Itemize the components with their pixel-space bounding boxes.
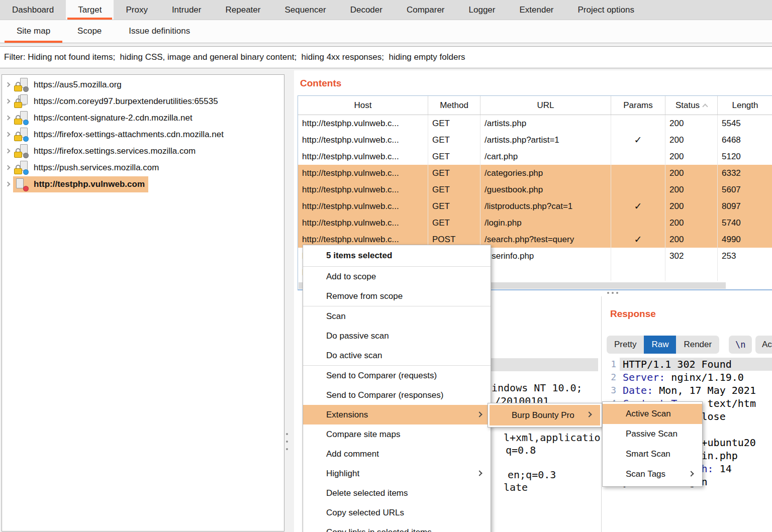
cell-method: GET — [428, 181, 480, 198]
line-number: 2 — [602, 371, 620, 384]
tab-project-options[interactable]: Project options — [566, 0, 646, 20]
column-header-method[interactable]: Method — [428, 96, 480, 115]
menu-item-scan-tags[interactable]: Scan Tags — [603, 464, 702, 484]
response-line: 3Date: Mon, 17 May 2021 — [602, 384, 772, 397]
tab-target[interactable]: Target — [66, 0, 114, 20]
tree-item[interactable]: https://content-signature-2.cdn.mozilla.… — [2, 110, 284, 126]
cell-status: 200 — [665, 231, 718, 248]
response-view-tabs: Pretty Raw Render — [607, 336, 719, 354]
chevron-right-icon[interactable] — [2, 166, 13, 169]
cell-status: 302 — [665, 248, 718, 264]
submenu-arrow-icon — [476, 411, 482, 417]
cell-status: 200 — [665, 148, 718, 165]
menu-item-send-to-comparer-responses[interactable]: Send to Comparer (responses) — [303, 385, 491, 405]
column-header-length[interactable]: Length — [718, 96, 772, 115]
horizontal-splitter-handle[interactable] — [607, 292, 618, 294]
menu-item-do-active-scan[interactable]: Do active scan — [303, 346, 491, 365]
tree-item-label: https://com.coreyd97.burpextenderutiliti… — [34, 96, 218, 107]
cell-length: 5740 — [718, 215, 772, 231]
tab-issue-definitions[interactable]: Issue definitions — [115, 20, 204, 43]
chevron-right-icon[interactable] — [2, 99, 13, 103]
tree-item-selected[interactable]: http://testphp.vulnweb.com — [2, 176, 284, 192]
tree-item[interactable]: https://com.coreyd97.burpextenderutiliti… — [2, 93, 284, 110]
column-header-status[interactable]: Status — [665, 96, 718, 115]
cell-params — [611, 115, 665, 132]
cell-status — [665, 264, 718, 281]
tab-logger[interactable]: Logger — [457, 0, 508, 20]
tree-item[interactable]: https://aus5.mozilla.org — [2, 76, 284, 93]
response-title: Response — [610, 308, 656, 320]
menu-item-extensions[interactable]: Extensions — [303, 405, 491, 424]
menu-item-remove-from-scope[interactable]: Remove from scope — [303, 286, 491, 306]
cell-url: /artists.php — [480, 115, 611, 132]
status-dot-gray-icon — [23, 86, 29, 92]
column-header-params[interactable]: Params — [611, 96, 665, 115]
menu-item-passive-scan[interactable]: Passive Scan — [603, 424, 702, 444]
tree-item[interactable]: https://firefox-settings-attachments.cdn… — [2, 126, 284, 143]
menu-item-add-comment[interactable]: Add comment — [303, 444, 491, 464]
tab-repeater[interactable]: Repeater — [213, 0, 272, 20]
cell-params: ✓ — [611, 198, 665, 215]
chevron-right-icon[interactable] — [2, 116, 13, 120]
column-header-host[interactable]: Host — [298, 96, 428, 115]
table-row-selected[interactable]: http://testphp.vulnweb.c... GET /categor… — [298, 165, 772, 181]
chevron-right-icon[interactable] — [2, 149, 13, 153]
menu-item-copy-selected-urls[interactable]: Copy selected URLs — [303, 503, 491, 522]
request-text-fragment: l+xml,applicatio — [504, 432, 601, 444]
tab-intruder[interactable]: Intruder — [160, 0, 214, 20]
menu-item-do-passive-scan[interactable]: Do passive scan — [303, 326, 491, 346]
column-header-url[interactable]: URL — [480, 96, 611, 115]
menu-item-scan[interactable]: Scan — [303, 306, 491, 326]
table-row[interactable]: http://testphp.vulnweb.c... GET /artists… — [298, 132, 772, 148]
tab-render[interactable]: Render — [676, 336, 719, 354]
table-row[interactable]: http://testphp.vulnweb.c... GET /artists… — [298, 115, 772, 132]
tab-dashboard[interactable]: Dashboard — [0, 0, 66, 20]
table-row[interactable]: http://testphp.vulnweb.c... GET /cart.ph… — [298, 148, 772, 165]
line-number: 1 — [602, 358, 620, 371]
menu-item-send-to-comparer-requests[interactable]: Send to Comparer (requests) — [303, 366, 491, 385]
newline-toggle-button[interactable]: \n — [729, 336, 752, 354]
tab-proxy[interactable]: Proxy — [114, 0, 159, 20]
header-name: Server: — [623, 371, 665, 383]
tab-site-map[interactable]: Site map — [3, 20, 64, 43]
tab-extender[interactable]: Extender — [507, 0, 565, 20]
actions-button[interactable]: Act — [755, 336, 772, 354]
tree-item-label: https://firefox-settings-attachments.cdn… — [34, 130, 224, 140]
tree-item-label: https://content-signature-2.cdn.mozilla.… — [34, 113, 192, 123]
cell-params — [611, 248, 665, 264]
cell-method: GET — [428, 148, 480, 165]
tab-decoder[interactable]: Decoder — [338, 0, 395, 20]
table-row-selected[interactable]: http://testphp.vulnweb.c... GET /guestbo… — [298, 181, 772, 198]
menu-item-highlight[interactable]: Highlight — [303, 464, 491, 483]
cell-status: 200 — [665, 215, 718, 231]
request-text-fragment: indows NT 10.0; — [492, 382, 583, 394]
tab-sequencer[interactable]: Sequencer — [272, 0, 338, 20]
menu-item-smart-scan[interactable]: Smart Scan — [603, 444, 702, 464]
submenu-arrow-icon — [476, 470, 482, 476]
table-row-selected[interactable]: http://testphp.vulnweb.c... GET /login.p… — [298, 215, 772, 231]
cell-url: /artists.php?artist=1 — [480, 132, 611, 148]
sitemap-filter-bar[interactable]: Filter: Hiding not found items; hiding C… — [0, 46, 772, 68]
cell-host: http://testphp.vulnweb.c... — [298, 165, 428, 181]
menu-item-copy-links[interactable]: Copy links in selected items — [303, 522, 491, 532]
tree-item[interactable]: https://firefox.settings.services.mozill… — [2, 143, 284, 159]
tab-raw[interactable]: Raw — [644, 336, 676, 354]
menu-item-burp-bounty-pro[interactable]: Burp Bounty Pro — [490, 405, 600, 425]
status-dot-blue-icon — [23, 169, 29, 175]
menu-item-add-to-scope[interactable]: Add to scope — [303, 267, 491, 286]
cell-status: 200 — [665, 198, 718, 215]
vertical-splitter-handle[interactable] — [286, 433, 288, 450]
menu-item-delete-selected-items[interactable]: Delete selected items — [303, 483, 491, 503]
chevron-right-icon[interactable] — [2, 83, 13, 86]
cell-length: 5120 — [718, 148, 772, 165]
tab-pretty[interactable]: Pretty — [607, 336, 644, 354]
menu-item-active-scan[interactable]: Active Scan — [603, 404, 702, 424]
chevron-right-icon[interactable] — [2, 133, 13, 136]
table-row-selected[interactable]: http://testphp.vulnweb.c... GET /listpro… — [298, 198, 772, 215]
target-sub-tabs: Site map Scope Issue definitions — [0, 20, 772, 43]
tab-scope[interactable]: Scope — [64, 20, 115, 43]
tree-item[interactable]: https://push.services.mozilla.com — [2, 159, 284, 176]
menu-item-compare-site-maps[interactable]: Compare site maps — [303, 424, 491, 444]
tab-comparer[interactable]: Comparer — [395, 0, 457, 20]
chevron-right-icon[interactable] — [2, 182, 13, 186]
